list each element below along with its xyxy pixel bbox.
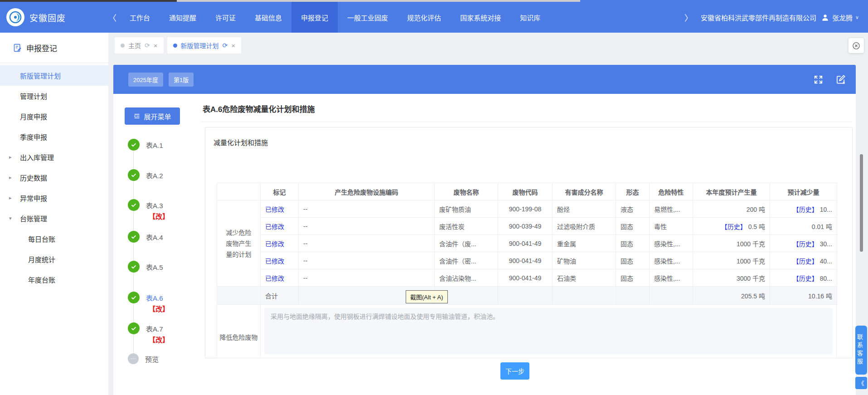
- nav-item-5[interactable]: 申报登记: [291, 2, 338, 33]
- sidebar-item-label: 季度申报: [20, 132, 47, 141]
- modified-link[interactable]: 已修改: [265, 206, 284, 213]
- modified-link[interactable]: 已修改: [265, 258, 284, 265]
- tab-status-dot: [121, 44, 125, 48]
- fullscreen-icon[interactable]: [813, 74, 824, 85]
- sidebar-item-4[interactable]: 季度申报: [0, 127, 108, 147]
- table-row: 减少危险废物产生量的计划已修改--废矿物质油900-199-08酚烃液态易燃性,…: [217, 200, 837, 218]
- history-link[interactable]: 【历史】: [793, 258, 818, 265]
- table-cell: --: [299, 269, 435, 287]
- plan-toolbar: 2025年度 第1版: [113, 65, 856, 94]
- nav-item-9[interactable]: 知识库: [510, 2, 550, 33]
- section-title: 减量化计划和措施: [213, 137, 268, 147]
- step-表A.4[interactable]: 表A.4: [128, 231, 163, 243]
- nav-item-3[interactable]: 许可证: [206, 2, 245, 33]
- page-scrollbar[interactable]: [860, 154, 863, 252]
- tab-refresh-icon[interactable]: ⟳: [145, 42, 150, 49]
- sidebar-item-8[interactable]: ▾台账管理: [0, 208, 108, 229]
- nav-item-1[interactable]: 工作台: [120, 2, 160, 33]
- total-produce-cell: 205.5 吨: [693, 287, 770, 305]
- table-cell: 1000 千克: [693, 252, 770, 269]
- table-cell: 固态: [616, 269, 650, 287]
- sidebar-item-label: 月度统计: [28, 254, 55, 264]
- tab-2[interactable]: 新版管理计划⟳×: [167, 37, 242, 54]
- nav-item-7[interactable]: 规范化评估: [398, 2, 451, 33]
- table-cell: 【历史】 30...: [770, 235, 837, 252]
- tab-label: 新版管理计划: [181, 41, 219, 50]
- tab-close-icon[interactable]: ×: [154, 42, 158, 49]
- app-logo-icon: [6, 8, 24, 26]
- next-step-button[interactable]: 下一步: [500, 362, 529, 380]
- step-表A.6[interactable]: 表A.6: [128, 292, 163, 303]
- modified-link[interactable]: 已修改: [265, 240, 284, 248]
- sidebar-item-11[interactable]: 年度台账: [0, 269, 108, 290]
- history-link[interactable]: 【历史】: [793, 275, 818, 282]
- table-cell: 固态: [616, 218, 650, 235]
- company-name: 安徽省柏科洪武零部件再制造有限公司: [701, 13, 816, 22]
- sidebar-item-2[interactable]: 管理计划: [0, 86, 108, 106]
- tab-1[interactable]: 主页⟳×: [115, 37, 164, 54]
- step-预览[interactable]: …预览: [128, 353, 159, 365]
- hazard-reduction-textarea[interactable]: 采用与地面绝缘隔离，使用钢板进行满焊铺设地面及使用专用输油管道，积油池。: [264, 308, 833, 354]
- sidebar-item-3[interactable]: 月度申报: [0, 106, 108, 127]
- sidebar-item-1[interactable]: 新版管理计划: [0, 65, 108, 86]
- tab-label: 主页: [128, 41, 141, 50]
- table-cell: 毒性: [650, 218, 693, 235]
- arrow-right-icon: ▸: [9, 175, 12, 180]
- contact-service-button[interactable]: 联系客服: [855, 326, 867, 375]
- form-content: 展开菜单 表A.1表A.2表A.3【改】表A.4表A.5表A.6【改】表A.7【…: [113, 94, 856, 395]
- service-collapse-button[interactable]: 《: [855, 377, 867, 389]
- nav-item-2[interactable]: 通知提醒: [160, 2, 206, 33]
- title-divider: [201, 122, 853, 122]
- table-cell: 【历史】 10...: [770, 200, 837, 218]
- step-pending-icon: …: [128, 353, 139, 364]
- sidebar-item-10[interactable]: 月度统计: [0, 249, 108, 269]
- table-header-row: 标记产生危险废物设施编码废物名称废物代码有害成分名称形态危险特性本年度预计产生量…: [217, 183, 837, 200]
- column-header: 有害成分名称: [553, 183, 616, 200]
- nav-item-4[interactable]: 基础信息: [245, 2, 291, 33]
- main-area: 主页⟳×新版管理计划⟳× 2025年度 第1版: [108, 33, 868, 395]
- column-header: 标记: [261, 183, 299, 200]
- table-cell: 【历史】 80...: [770, 269, 837, 287]
- tab-bar: 主页⟳×新版管理计划⟳×: [115, 37, 245, 54]
- step-表A.5[interactable]: 表A.5: [128, 261, 163, 273]
- step-表A.7[interactable]: 表A.7: [128, 322, 163, 334]
- step-表A.3[interactable]: 表A.3: [128, 199, 163, 211]
- edit-cancel-icon[interactable]: [835, 74, 846, 85]
- menu-collapse-icon[interactable]: 〈: [105, 11, 120, 23]
- step-label: 表A.1: [146, 140, 163, 150]
- history-link[interactable]: 【历史】: [793, 206, 818, 213]
- user-name: 张龙腾: [832, 13, 853, 22]
- sidebar-item-6[interactable]: ▸历史数据: [0, 167, 108, 188]
- tab-close-icon[interactable]: ×: [231, 42, 235, 49]
- history-link[interactable]: 【历史】: [793, 240, 818, 248]
- top-menu: 工作台通知提醒许可证基础信息申报登记一般工业固废规范化评估国家系统对接知识库: [120, 2, 550, 33]
- modified-link[interactable]: 已修改: [265, 275, 284, 282]
- table-cell: 感染性,...: [650, 252, 693, 269]
- table-cell: 重金属: [553, 235, 616, 252]
- step-表A.2[interactable]: 表A.2: [128, 169, 163, 181]
- header-spacer-cell: [217, 183, 261, 200]
- sidebar-item-7[interactable]: ▸异常申报: [0, 188, 108, 208]
- nav-item-8[interactable]: 国家系统对接: [451, 2, 510, 33]
- user-menu[interactable]: 张龙腾 ∨: [821, 13, 859, 22]
- screenshot-tooltip: 截图(Alt + A): [406, 290, 448, 303]
- history-link[interactable]: 【历史】: [721, 223, 747, 230]
- menu-expand-icon[interactable]: 〉: [681, 11, 696, 23]
- table-cell: 已修改: [261, 235, 299, 252]
- modified-link[interactable]: 已修改: [265, 223, 284, 230]
- sidebar: 申报登记 新版管理计划管理计划月度申报季度申报▸出入库管理▸历史数据▸异常申报▾…: [0, 33, 109, 395]
- reduction-panel: 减量化计划和措施 标记产生危险废物设施编码废物名称废物代码有害成分名称形态危险特…: [205, 127, 853, 358]
- sidebar-item-label: 异常申报: [20, 193, 47, 203]
- table-cell: 900-041-49: [498, 252, 553, 269]
- tab-refresh-icon[interactable]: ⟳: [223, 42, 228, 49]
- close-all-tabs-button[interactable]: [849, 38, 864, 53]
- table-cell: 石油类: [553, 269, 616, 287]
- nav-item-6[interactable]: 一般工业固废: [338, 2, 398, 33]
- table-cell: 3000 千克: [693, 269, 770, 287]
- sidebar-item-5[interactable]: ▸出入库管理: [0, 147, 108, 167]
- step-表A.1[interactable]: 表A.1: [128, 139, 163, 151]
- sidebar-item-label: 台账管理: [20, 214, 47, 223]
- sidebar-item-9[interactable]: 每日台账: [0, 229, 108, 249]
- step-label: 表A.3: [146, 200, 163, 210]
- table-cell: 900-199-08: [498, 200, 553, 218]
